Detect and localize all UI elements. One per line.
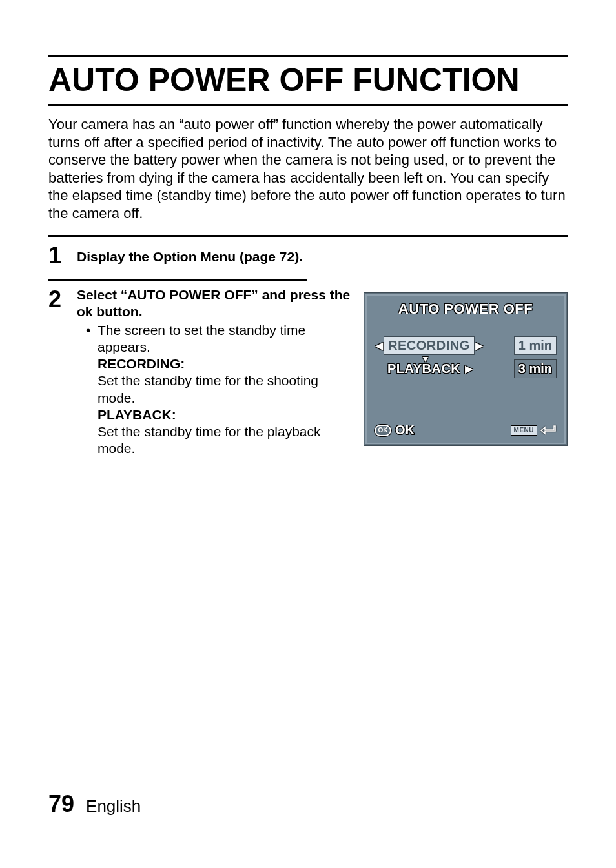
step-2-content: Select “AUTO POWER OFF” and press the ok…	[77, 287, 351, 458]
step-number: 1	[48, 244, 70, 267]
lcd-ok-group: OK OK	[375, 423, 415, 438]
step-1: 1 Display the Option Menu (page 72).	[48, 243, 568, 267]
menu-box-icon: MENU	[511, 425, 537, 436]
step-2-bullet-text: The screen to set the standby time appea…	[98, 322, 351, 356]
recording-desc: Set the standby time for the shooting mo…	[77, 372, 351, 407]
lcd-footer: OK OK MENU	[375, 423, 557, 438]
lcd-recording-value: 1 min	[514, 336, 557, 355]
rule-under-title	[48, 104, 568, 106]
manual-page: AUTO POWER OFF FUNCTION Your camera has …	[0, 0, 616, 868]
step-number: 2	[48, 288, 70, 311]
page-language: English	[86, 796, 141, 816]
lcd-playback-value: 3 min	[514, 359, 557, 378]
bullet-dot-icon: •	[86, 322, 98, 339]
step-2-bullet: • The screen to set the standby time app…	[77, 322, 351, 356]
arrow-left-icon: ◀	[375, 339, 384, 352]
arrow-right-icon: ▶	[464, 363, 473, 375]
lcd-recording-label: RECORDING	[384, 336, 475, 355]
recording-label: RECORDING:	[77, 356, 351, 372]
page-number: 79	[48, 791, 74, 818]
lcd-row-recording: ◀ RECORDING ▶ 1 min	[375, 336, 557, 355]
arrow-right-icon: ▶	[475, 339, 484, 352]
page-title: AUTO POWER OFF FUNCTION	[48, 61, 568, 99]
rule-step1	[48, 235, 568, 237]
step-2: 2 Select “AUTO POWER OFF” and press the …	[48, 287, 568, 458]
playback-label: PLAYBACK:	[77, 407, 351, 423]
lcd-ok-text: OK	[395, 423, 415, 438]
playback-desc: Set the standby time for the playback mo…	[77, 423, 351, 458]
camera-lcd-screen: AUTO POWER OFF ◀ RECORDING ▶ 1 min ◀ PLA…	[364, 293, 567, 445]
step-2-head: Select “AUTO POWER OFF” and press the ok…	[77, 287, 351, 321]
page-footer: 79 English	[48, 791, 141, 818]
lcd-title: AUTO POWER OFF	[365, 301, 566, 318]
step-1-text: Display the Option Menu (page 72).	[77, 243, 303, 265]
intro-paragraph: Your camera has an “auto power off” func…	[48, 116, 568, 222]
arrow-down-icon: ▼	[421, 354, 430, 364]
lcd-rows: ◀ RECORDING ▶ 1 min ◀ PLAYBACK ▶ 3 min	[375, 336, 557, 382]
rule-step2	[48, 279, 307, 281]
return-arrow-icon	[540, 423, 557, 438]
lcd-row-playback: ◀ PLAYBACK ▶ 3 min	[375, 359, 557, 378]
lcd-menu-group: MENU	[511, 423, 557, 438]
rule-top	[48, 55, 568, 57]
ok-oval-icon: OK	[375, 425, 391, 436]
